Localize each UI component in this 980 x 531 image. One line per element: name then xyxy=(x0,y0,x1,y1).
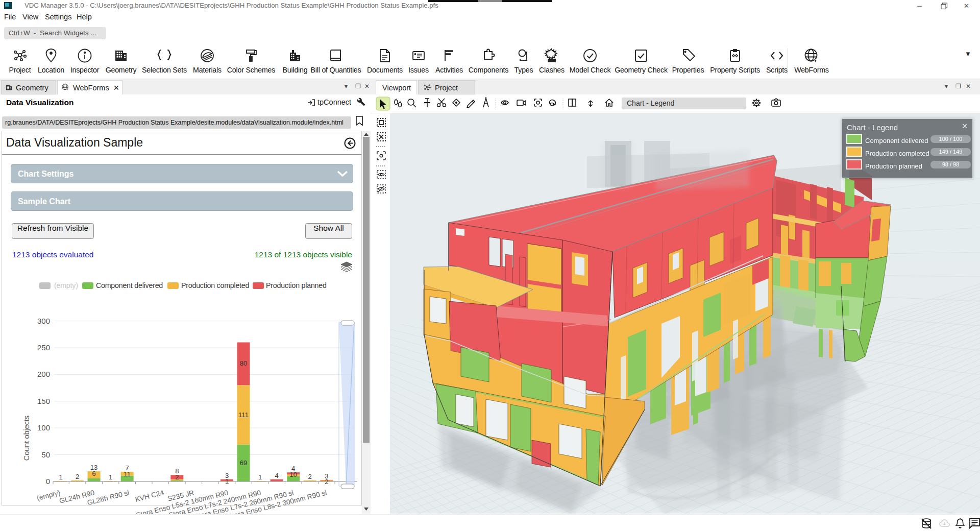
svg-text:111: 111 xyxy=(238,411,249,419)
svg-text:2: 2 xyxy=(76,473,79,480)
svg-text:4: 4 xyxy=(275,472,278,479)
svg-text:150: 150 xyxy=(37,397,50,405)
svg-text:200: 200 xyxy=(37,370,50,378)
svg-text:300: 300 xyxy=(37,317,50,325)
svg-text:80: 80 xyxy=(240,359,247,367)
svg-text:50: 50 xyxy=(41,450,50,459)
svg-text:KVH C24: KVH C24 xyxy=(134,489,165,503)
svg-text:11: 11 xyxy=(124,470,131,478)
svg-text:1: 1 xyxy=(59,473,62,481)
svg-text:1: 1 xyxy=(109,473,112,481)
svg-text:0: 0 xyxy=(46,477,50,486)
svg-text:6: 6 xyxy=(92,470,95,477)
svg-text:69: 69 xyxy=(240,459,247,467)
svg-text:Count objects: Count objects xyxy=(22,416,31,461)
svg-text:2: 2 xyxy=(175,473,179,481)
svg-text:10: 10 xyxy=(289,471,297,478)
svg-text:2: 2 xyxy=(308,473,312,480)
svg-text:250: 250 xyxy=(37,343,50,352)
svg-text:100: 100 xyxy=(37,423,50,432)
svg-text:1: 1 xyxy=(258,473,262,481)
svg-text:(empty): (empty) xyxy=(36,489,61,502)
